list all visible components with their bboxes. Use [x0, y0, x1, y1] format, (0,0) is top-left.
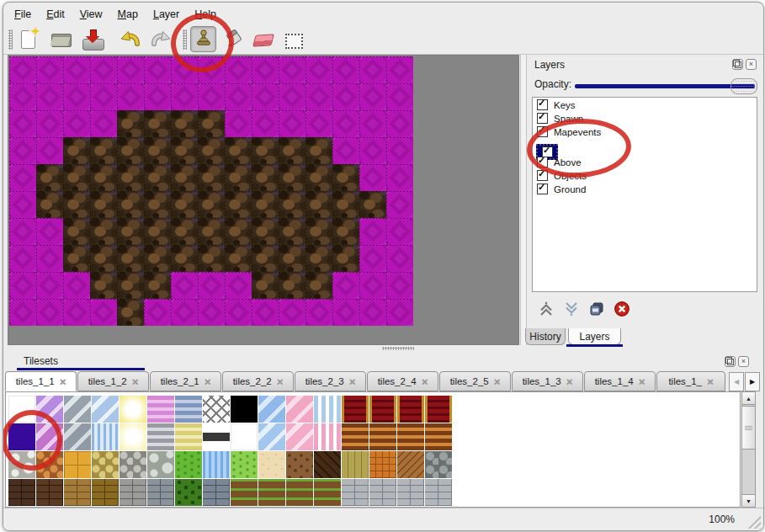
menu-map[interactable]: Map — [110, 4, 146, 24]
layer-visibility-checkbox[interactable] — [537, 170, 548, 181]
tileset-tab-tiles_2_2[interactable]: tiles_2_2× — [222, 371, 294, 391]
palette-tile[interactable] — [120, 479, 146, 506]
palette-tile[interactable] — [369, 451, 396, 478]
palette-tile[interactable] — [314, 423, 341, 450]
palette-tile[interactable] — [147, 423, 174, 450]
layer-row-keys[interactable]: Keys — [533, 98, 757, 111]
palette-tile[interactable] — [203, 451, 230, 478]
dock-tab-history[interactable]: History — [525, 328, 566, 345]
palette-tile[interactable] — [286, 451, 313, 478]
delete-layer-button[interactable] — [612, 299, 632, 319]
palette-tile[interactable] — [231, 423, 258, 450]
palette-tile[interactable] — [120, 396, 146, 423]
palette-tile[interactable] — [36, 423, 63, 450]
selected-palette-tile[interactable] — [8, 423, 35, 450]
close-tab-icon[interactable]: × — [349, 376, 356, 387]
palette-tile[interactable] — [286, 423, 313, 450]
close-tab-icon[interactable]: × — [639, 376, 645, 387]
palette-tile[interactable] — [120, 423, 146, 450]
layer-visibility-checkbox[interactable] — [537, 157, 548, 168]
menu-edit[interactable]: Edit — [39, 4, 72, 24]
palette-tile[interactable] — [147, 396, 174, 423]
palette-tile[interactable] — [120, 451, 146, 478]
palette-tile[interactable] — [231, 479, 258, 506]
palette-tile[interactable] — [36, 479, 63, 506]
undo-tool-button[interactable] — [116, 26, 142, 52]
scroll-up-icon[interactable]: ▲ — [742, 392, 755, 405]
palette-tile[interactable] — [147, 479, 174, 506]
menu-layer[interactable]: Layer — [146, 4, 187, 24]
close-tab-icon[interactable]: × — [132, 376, 139, 387]
palette-tile[interactable] — [258, 396, 285, 423]
dock-tab-layers[interactable]: Layers — [568, 328, 621, 345]
palette-tile[interactable] — [314, 451, 341, 478]
open-tool-button[interactable] — [47, 26, 73, 52]
layer-visibility-checkbox[interactable] — [537, 113, 548, 124]
close-panel-icon[interactable]: × — [738, 356, 749, 367]
palette-tile[interactable] — [314, 479, 341, 506]
tileset-tab-tiles_1_2[interactable]: tiles_1_2× — [77, 371, 149, 391]
tileset-tab-tiles_2_4[interactable]: tiles_2_4× — [367, 371, 438, 391]
new-tool-button[interactable] — [15, 26, 41, 52]
palette-tile[interactable] — [397, 423, 424, 450]
opacity-slider-handle[interactable] — [730, 78, 757, 94]
menu-file[interactable]: File — [7, 4, 39, 24]
layer-row-ground[interactable]: Ground — [533, 183, 757, 195]
palette-tile[interactable] — [258, 479, 285, 506]
palette-tile[interactable] — [231, 451, 258, 478]
close-tab-icon[interactable]: × — [566, 376, 573, 387]
close-panel-icon[interactable]: × — [746, 59, 757, 70]
palette-tile[interactable] — [175, 451, 202, 478]
palette-tile[interactable] — [425, 451, 452, 478]
scrollbar-thumb[interactable] — [742, 406, 755, 450]
fill-tool-button[interactable] — [220, 26, 247, 52]
opacity-slider-track[interactable] — [575, 84, 755, 88]
palette-tile[interactable] — [92, 451, 119, 478]
scroll-down-icon[interactable]: ▼ — [742, 494, 755, 507]
palette-tile[interactable] — [175, 396, 202, 423]
palette-tile[interactable] — [314, 396, 341, 423]
palette-tile[interactable] — [64, 479, 91, 506]
palette-tile[interactable] — [203, 479, 230, 506]
select-tool-button[interactable] — [279, 26, 305, 52]
tileset-tab-tiles_2_3[interactable]: tiles_2_3× — [295, 371, 366, 391]
palette-tile[interactable] — [64, 396, 91, 423]
close-tab-icon[interactable]: × — [494, 376, 501, 387]
duplicate-layer-button[interactable] — [587, 299, 607, 319]
palette-tile[interactable] — [342, 479, 369, 506]
tileset-tab-tiles_2_5[interactable]: tiles_2_5× — [439, 371, 511, 391]
float-panel-icon[interactable] — [725, 356, 736, 367]
vertical-splitter[interactable] — [520, 55, 527, 345]
layer-visibility-checkbox[interactable] — [537, 126, 548, 137]
palette-tile[interactable] — [203, 396, 230, 423]
toolbar-grip-handle[interactable] — [183, 29, 187, 50]
horizontal-splitter[interactable] — [3, 345, 763, 351]
palette-tile[interactable] — [342, 423, 369, 450]
tab-scroll-right-icon[interactable]: ▶ — [745, 372, 760, 391]
close-tab-icon[interactable]: × — [205, 376, 211, 387]
palette-tile[interactable] — [286, 479, 313, 506]
layer-row-spawn[interactable]: Spawn — [533, 112, 757, 125]
palette-tile[interactable] — [8, 451, 35, 478]
tileset-tab-tiles_1_4[interactable]: tiles_1_4× — [584, 371, 656, 391]
eraser-tool-button[interactable] — [249, 26, 275, 52]
tileset-tab-tiles_1_1[interactable]: tiles_1_1× — [5, 371, 77, 391]
palette-tile[interactable] — [397, 451, 424, 478]
palette-tile[interactable] — [425, 479, 452, 506]
palette-tile[interactable] — [258, 423, 285, 450]
palette-tile[interactable] — [175, 423, 202, 450]
tileset-tab-tiles_1_[interactable]: tiles_1_× — [656, 371, 725, 391]
layer-row-objects[interactable]: Objects — [533, 169, 757, 182]
palette-tile[interactable] — [397, 479, 424, 506]
tileset-tab-tiles_1_3[interactable]: tiles_1_3× — [512, 371, 583, 391]
stamp-tool-button[interactable] — [190, 26, 216, 52]
palette-tile[interactable] — [36, 396, 63, 423]
palette-tile[interactable] — [92, 479, 119, 506]
close-tab-icon[interactable]: × — [277, 376, 284, 387]
menu-help[interactable]: Help — [187, 4, 224, 24]
palette-tile[interactable] — [64, 451, 91, 478]
close-tab-icon[interactable]: × — [60, 376, 66, 387]
palette-tile[interactable] — [369, 396, 396, 423]
close-tab-icon[interactable]: × — [422, 376, 428, 387]
palette-tile[interactable] — [342, 396, 369, 423]
